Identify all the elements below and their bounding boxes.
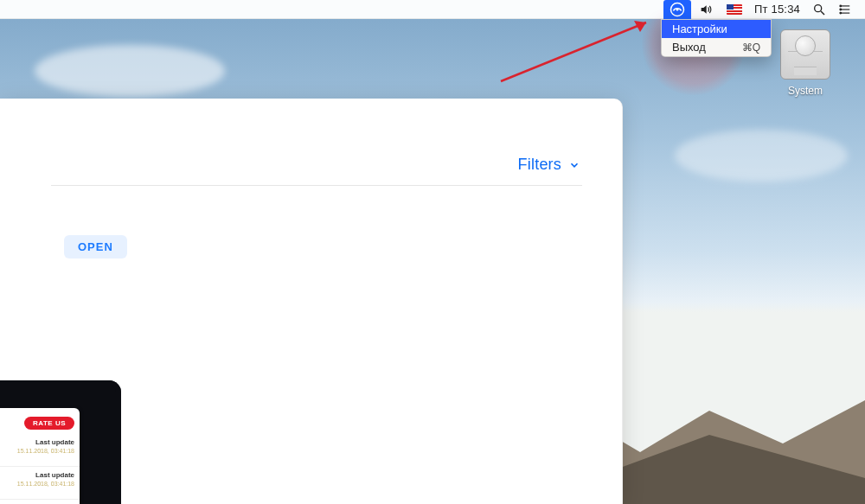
menu-item-label: Выход bbox=[672, 41, 706, 54]
menu-item-quit[interactable]: Выход ⌘Q bbox=[662, 38, 771, 56]
menu-item-label: Настройки bbox=[672, 22, 727, 35]
desktop-icon-label: System bbox=[775, 85, 836, 97]
list-item-subtitle: 15.11.2018, 03:41:18 bbox=[9, 448, 74, 454]
menu-item-settings[interactable]: Настройки bbox=[662, 20, 771, 38]
svg-line-3 bbox=[821, 11, 824, 15]
filters-toggle[interactable]: Filters bbox=[518, 156, 580, 186]
status-badge-open[interactable]: OPEN bbox=[64, 235, 127, 258]
list-item-subtitle: 15.11.2018, 03:41:18 bbox=[9, 481, 74, 487]
menubar-clock[interactable]: Пт 15:34 bbox=[748, 0, 806, 19]
svg-point-7 bbox=[840, 5, 842, 7]
list-item-title: Last update bbox=[9, 438, 74, 446]
menubar: Пт 15:34 bbox=[0, 0, 865, 19]
filters-label: Filters bbox=[518, 156, 561, 174]
notification-center-icon[interactable] bbox=[832, 0, 858, 19]
input-source-flag-icon[interactable] bbox=[721, 0, 748, 19]
volume-icon[interactable] bbox=[691, 0, 721, 19]
menubar-app-icon[interactable] bbox=[663, 0, 691, 19]
rate-us-button[interactable]: RATE US bbox=[24, 417, 74, 430]
desktop-icon-system[interactable]: System bbox=[775, 29, 836, 97]
chevron-down-icon bbox=[568, 159, 580, 171]
svg-point-1 bbox=[676, 8, 678, 10]
app-window: Filters OPEN RATE US Last update 15.11.2… bbox=[0, 99, 623, 504]
harddrive-icon bbox=[780, 29, 830, 80]
spotlight-icon[interactable] bbox=[806, 0, 832, 19]
svg-point-9 bbox=[840, 12, 842, 14]
list-item[interactable]: Last update 15.11.2018, 03:41:18 bbox=[0, 500, 80, 504]
list-item[interactable]: Last update 15.11.2018, 03:41:18 bbox=[0, 467, 80, 500]
list-item[interactable]: Last update 15.11.2018, 03:41:18 bbox=[0, 434, 80, 467]
menu-item-shortcut: ⌘Q bbox=[742, 41, 760, 54]
menubar-dropdown: Настройки Выход ⌘Q bbox=[661, 19, 772, 57]
device-preview: RATE US Last update 15.11.2018, 03:41:18… bbox=[0, 380, 121, 504]
svg-point-2 bbox=[815, 4, 822, 11]
svg-point-8 bbox=[840, 9, 842, 10]
list-item-title: Last update bbox=[9, 471, 74, 479]
